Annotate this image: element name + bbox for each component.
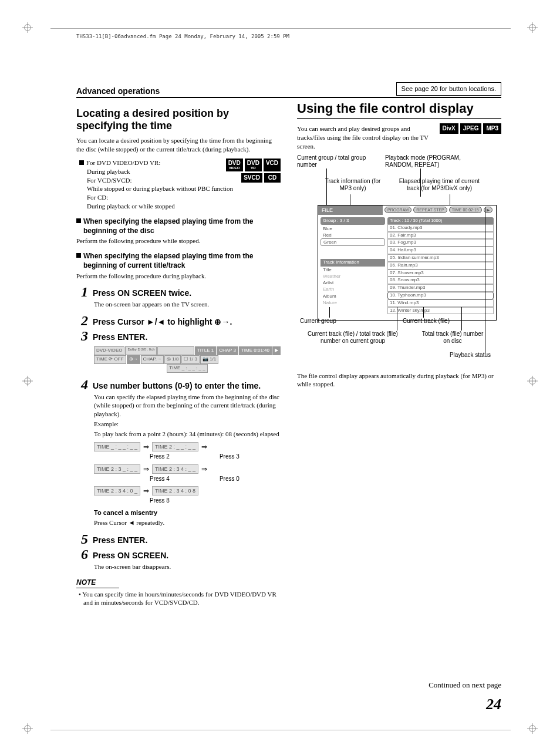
- group-item: Blue: [321, 225, 385, 232]
- right-title: Using the file control display: [297, 102, 501, 119]
- note-heading: NOTE: [76, 578, 119, 588]
- step-5: Press ENTER.: [93, 532, 147, 546]
- time-entry-seq: TIME 2 : 3 _ : _ _⇒ TIME 2 : 3 4 : _ _⇒: [94, 464, 281, 474]
- subhead-2-body: Perform the following procedure during p…: [76, 272, 281, 281]
- track-item: 05. Indian summer.mp3: [387, 254, 494, 262]
- step-number: 1: [76, 285, 88, 299]
- step-4: Use number buttons (0-9) to enter the ti…: [93, 378, 261, 392]
- track-item: 11. Wind.mp3: [387, 299, 494, 307]
- callout: Playback mode (PROGRAM, RANDOM, REPEAT): [385, 154, 479, 169]
- status-pill: PROGRAM: [384, 207, 411, 213]
- disc-badge-group: DVDVIDEO DVDVR VCD SVCD CD: [226, 159, 281, 184]
- callout: Current track (file) / total track (file…: [306, 331, 400, 345]
- example-body: To play back from a point 2 (hours): 34 …: [94, 430, 281, 439]
- step-number: 4: [76, 378, 88, 392]
- callout: Total track (file) number on disc: [420, 331, 485, 345]
- status-pill: TIME 00:02:15: [449, 207, 482, 213]
- page-number: 24: [76, 694, 501, 714]
- track-info-label: Track Information: [321, 259, 385, 267]
- info-val: Nature: [321, 299, 385, 306]
- info-key: Artist: [321, 279, 385, 286]
- info-key: Title: [321, 267, 385, 273]
- subhead-1-body: Perform the following procedure while st…: [76, 237, 281, 245]
- track-item: 09. Thunder.mp3: [387, 284, 494, 292]
- section-heading: Advanced operations: [76, 86, 160, 97]
- step-number: 2: [76, 314, 88, 328]
- callout: Elapsed playing time of current track (f…: [394, 178, 485, 193]
- dvd-vr-badge: DVDVR: [245, 159, 262, 171]
- track-item: 02. Fair.mp3: [387, 232, 494, 240]
- info-val: Earth: [321, 286, 385, 292]
- track-item: 01. Cloudy.mp3: [387, 224, 494, 232]
- left-intro: You can locate a desired position by spe…: [76, 136, 281, 154]
- osd-bar-figure: DVD-VIDEO Dolby D 2/0 . 0ch TITLE 1 CHAP…: [94, 346, 281, 372]
- step-2: Press Cursor ►/◄ to highlight ⊕→.: [93, 314, 232, 328]
- step-4-body: You can specify the elapsed playing time…: [94, 393, 281, 419]
- continued-label: Continued on next page: [76, 680, 501, 690]
- file-control-diagram: Current group / total group number Playb…: [297, 154, 501, 354]
- track-item: 07. Shower.mp3: [387, 269, 494, 277]
- cancel-heading: To cancel a misentry: [94, 508, 281, 517]
- format-badges: DivX JPEG MP3: [440, 123, 501, 134]
- subhead-1: When specifying the elapsed playing time…: [76, 217, 281, 235]
- status-pill: REPEAT STEP: [413, 207, 447, 213]
- track-item: 03. Fog.mp3: [387, 239, 494, 247]
- track-item-selected: 10. Typhoon.mp3: [387, 292, 494, 299]
- track-item: 04. Hail.mp3: [387, 247, 494, 254]
- right-after: The file control display appears automat…: [297, 372, 501, 389]
- cd-badge: CD: [264, 173, 281, 183]
- callout: Track information (for MP3 only): [321, 178, 385, 193]
- example-label: Example:: [94, 420, 281, 429]
- subhead-2: When specifying the elapsed playing time…: [76, 251, 281, 270]
- step-6-body: The on-screen bar disappears.: [94, 562, 281, 571]
- dvd-video-badge: DVDVIDEO: [226, 159, 243, 171]
- step-1-body: The on-screen bar appears on the TV scre…: [94, 300, 281, 309]
- step-number: 6: [76, 547, 88, 561]
- info-key: Album: [321, 293, 385, 299]
- track-item: 12. Winter sky.mp3: [387, 307, 494, 315]
- group-item-selected: Green: [321, 238, 385, 246]
- button-location-note: See page 20 for button locations.: [396, 82, 501, 96]
- note-item: • You can specify time in hours/minutes/…: [76, 590, 281, 608]
- callout: Playback status: [432, 352, 491, 359]
- time-entry-seq: TIME _ : _ _ : _ _⇒ TIME 2 : _ _ : _ _⇒: [94, 442, 281, 451]
- step-1: Press ON SCREEN twice.: [93, 285, 191, 299]
- track-item: 08. Snow.mp3: [387, 277, 494, 284]
- callout: Current track (file): [403, 318, 467, 325]
- track-item: 06. Rain.mp3: [387, 262, 494, 269]
- left-title: Locating a desired position by specifyin…: [76, 107, 281, 132]
- callout: Current group / total group number: [297, 154, 376, 169]
- svcd-badge: SVCD: [241, 173, 262, 183]
- callout: Current group: [300, 318, 353, 325]
- time-entry-seq: TIME 2 : 3 4 : 0 _⇒ TIME 2 : 3 4 : 0 8: [94, 486, 281, 496]
- step-6: Press ON SCREEN.: [93, 547, 168, 561]
- step-number: 5: [76, 532, 88, 546]
- cancel-body: Press Cursor ◄ repeatedly.: [94, 518, 281, 527]
- group-header: Group : 3 / 3: [321, 217, 385, 225]
- step-3: Press ENTER.: [93, 329, 147, 343]
- track-header: Track : 10 / 30 (Total 1000): [387, 217, 494, 224]
- vcd-badge: VCD: [264, 159, 281, 171]
- file-label: FILE: [318, 205, 383, 215]
- group-item: Red: [321, 232, 385, 238]
- info-val: Weather: [321, 273, 385, 279]
- step-number: 3: [76, 329, 88, 343]
